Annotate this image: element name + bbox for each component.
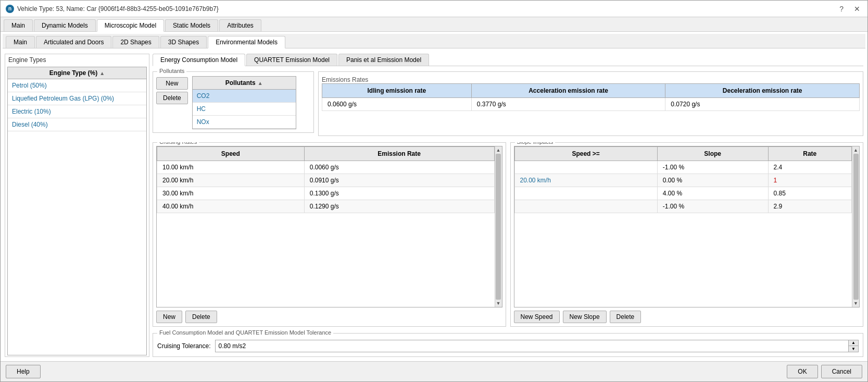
tab-dynamic-models[interactable]: Dynamic Models [34, 19, 96, 31]
slope-speed-3 [514, 200, 657, 213]
sub-tab-2d-shapes[interactable]: 2D Shapes [112, 36, 159, 48]
main-content: Engine Types Engine Type (%) ▲ Petrol (5… [3, 52, 865, 359]
slope-buttons: New Speed New Slope Delete [514, 311, 860, 323]
cruising-row-0[interactable]: 10.00 km/h 0.0060 g/s [157, 161, 495, 174]
pollutant-row-nox[interactable]: NOx [193, 116, 296, 129]
emission-val-deceleration[interactable]: 0.0720 g/s [665, 98, 860, 111]
main-window: n Vehicle Type: 53, Name: Car {9006f14f-… [0, 0, 868, 382]
tolerance-input[interactable] [216, 341, 849, 351]
pollutants-list: CO2 HC NOx [193, 90, 296, 129]
engine-type-column-label: Engine Type (%) [49, 69, 97, 77]
model-tab-quartet[interactable]: QUARTET Emission Model [246, 54, 337, 66]
pollutants-delete-button[interactable]: Delete [156, 92, 188, 104]
right-panel: Energy Consumption Model QUARTET Emissio… [153, 54, 863, 357]
cruising-col-emission: Emission Rate [304, 147, 494, 161]
tab-static-models[interactable]: Static Models [165, 19, 218, 31]
title-bar: n Vehicle Type: 53, Name: Car {9006f14f-… [1, 1, 867, 17]
slope-new-slope-button[interactable]: New Slope [563, 311, 607, 323]
help-button[interactable]: Help [6, 365, 41, 378]
cruising-emission-1: 0.0910 g/s [304, 174, 494, 187]
pollutants-section-label: Pollutants [157, 68, 186, 74]
sub-tab-3d-shapes[interactable]: 3D Shapes [160, 36, 207, 48]
pollutants-new-button[interactable]: New [156, 77, 188, 90]
emissions-table: Idling emission rate Acceleration emissi… [322, 83, 860, 111]
ok-button[interactable]: OK [787, 365, 817, 378]
title-bar-left: n Vehicle Type: 53, Name: Car {9006f14f-… [6, 5, 219, 13]
window-title: Vehicle Type: 53, Name: Car {9006f14f-88… [17, 5, 219, 13]
slope-impacts-label: Slope Impacts [515, 142, 556, 145]
pollutants-sort-icon: ▲ [258, 80, 263, 86]
slope-delete-button[interactable]: Delete [610, 311, 641, 323]
slope-row-2[interactable]: 4.00 % 0.85 [514, 187, 852, 200]
sort-icon: ▲ [99, 70, 105, 76]
cruising-table: Speed Emission Rate 10.00 km/h 0.0060 g/… [157, 146, 495, 213]
main-tabs: Main Dynamic Models Microscopic Model St… [1, 17, 867, 32]
model-tab-panis[interactable]: Panis et al Emission Model [338, 54, 429, 66]
pollutant-row-co2[interactable]: CO2 [193, 90, 296, 103]
pollutants-content: New Delete Pollutants ▲ CO2 HC [156, 76, 310, 129]
sub-tab-articulated-doors[interactable]: Articulated and Doors [36, 36, 111, 48]
tab-attributes[interactable]: Attributes [219, 19, 261, 31]
engine-type-row-petrol[interactable]: Petrol (50%) [8, 79, 146, 92]
slope-row-1[interactable]: 20.00 km/h 0.00 % 1 [514, 174, 852, 187]
emission-val-idling[interactable]: 0.0600 g/s [322, 98, 472, 111]
pollutants-section: Pollutants New Delete Pollutants ▲ [153, 71, 314, 133]
cruising-speed-0: 10.00 km/h [157, 161, 305, 174]
slope-col-rate: Rate [768, 147, 851, 161]
sub-tab-environmental-models[interactable]: Environmental Models [208, 36, 285, 48]
pollutant-row-hc[interactable]: HC [193, 103, 296, 116]
engine-types-list: Petrol (50%) Liquefied Petroleum Gas (LP… [8, 79, 146, 131]
emission-col-idling: Idling emission rate [322, 84, 472, 98]
tab-main[interactable]: Main [4, 19, 33, 31]
slope-rate-2: 0.85 [768, 187, 851, 200]
slope-row-0[interactable]: -1.00 % 2.4 [514, 161, 852, 174]
emission-val-acceleration[interactable]: 0.3770 g/s [471, 98, 665, 111]
fuel-section-label: Fuel Consumption Model and QUARTET Emiss… [157, 329, 333, 336]
emissions-rates-header: Emissions Rates [322, 76, 368, 83]
emission-col-acceleration: Acceleration emission rate [471, 84, 665, 98]
bottom-bar: Help OK Cancel [1, 361, 867, 381]
slope-col-slope: Slope [657, 147, 768, 161]
slope-row-3[interactable]: -1.00 % 2.9 [514, 200, 852, 213]
help-title-button[interactable]: ? [837, 5, 846, 13]
cruising-delete-button[interactable]: Delete [185, 311, 217, 323]
content-area: Main Articulated and Doors 2D Shapes 3D … [1, 32, 867, 361]
close-button[interactable]: ✕ [852, 5, 862, 13]
slope-slope-2: 4.00 % [657, 187, 768, 200]
pollutants-buttons: New Delete [156, 76, 188, 129]
slope-rate-1: 1 [768, 174, 851, 187]
slope-table: Speed >= Slope Rate -1.00 % [514, 146, 852, 213]
tolerance-increment[interactable]: ▲ [849, 340, 858, 346]
tolerance-spinner: ▲ ▼ [848, 340, 858, 352]
slope-rate-0: 2.4 [768, 161, 851, 174]
sub-tabs: Main Articulated and Doors 2D Shapes 3D … [3, 34, 865, 48]
engine-type-row-lpg[interactable]: Liquefied Petroleum Gas (LPG) (0%) [8, 92, 146, 105]
cruising-row-2[interactable]: 30.00 km/h 0.1300 g/s [157, 187, 495, 200]
model-tab-energy[interactable]: Energy Consumption Model [153, 54, 245, 66]
sub-tab-main[interactable]: Main [6, 36, 35, 48]
tab-microscopic-model[interactable]: Microscopic Model [97, 19, 164, 32]
app-icon: n [6, 5, 14, 13]
slope-slope-1: 0.00 % [657, 174, 768, 187]
slope-col-speed: Speed >= [514, 147, 657, 161]
tolerance-decrement[interactable]: ▼ [849, 346, 858, 352]
lower-panels: Cruising Rates Speed Emission Rate [153, 142, 863, 327]
pollutants-column-header: Pollutants ▲ [193, 77, 296, 90]
pollutants-label: Pollutants [225, 79, 256, 87]
cruising-new-button[interactable]: New [156, 311, 182, 323]
tolerance-row: Cruising Tolerance: ▲ ▼ [157, 340, 859, 352]
slope-speed-2 [514, 187, 657, 200]
cruising-scrollbar[interactable]: ▲ ▼ [495, 146, 502, 307]
slope-scrollbar[interactable]: ▲ ▼ [852, 146, 859, 307]
engine-type-row-electric[interactable]: Electric (10%) [8, 105, 146, 118]
emission-col-deceleration: Deceleration emission rate [665, 84, 860, 98]
cruising-row-1[interactable]: 20.00 km/h 0.0910 g/s [157, 174, 495, 187]
engine-types-panel: Engine Types Engine Type (%) ▲ Petrol (5… [5, 54, 149, 357]
cancel-button[interactable]: Cancel [821, 365, 862, 378]
engine-type-row-diesel[interactable]: Diesel (40%) [8, 118, 146, 131]
slope-new-speed-button[interactable]: New Speed [514, 311, 560, 323]
cruising-emission-0: 0.0060 g/s [304, 161, 494, 174]
cruising-row-3[interactable]: 40.00 km/h 0.1290 g/s [157, 200, 495, 213]
cruising-rates-panel: Cruising Rates Speed Emission Rate [153, 142, 506, 327]
cruising-rates-label: Cruising Rates [157, 142, 199, 145]
